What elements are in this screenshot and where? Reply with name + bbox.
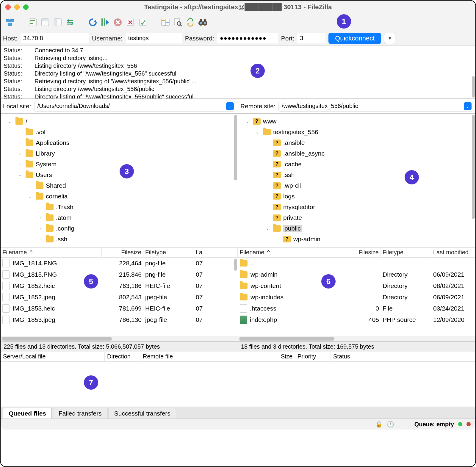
remote-site-input[interactable]	[282, 103, 464, 109]
tree-node[interactable]: ⌄?www	[238, 116, 475, 127]
local-hscroll[interactable]	[1, 336, 238, 341]
minimize-window-icon[interactable]	[14, 4, 20, 10]
remote-site-dropdown-icon[interactable]: ⌄	[464, 102, 472, 110]
disclosure-icon[interactable]: ⌄	[7, 119, 13, 124]
tree-node[interactable]: ?wp-admin	[238, 234, 475, 245]
file-row[interactable]: IMG_1852.jpeg802,543jpeg-file07	[1, 292, 238, 303]
remote-tree[interactable]: ⌄?www⌄testingsitex_556?.ansible?.ansible…	[238, 114, 475, 247]
col-filesize[interactable]: Filesize	[339, 247, 381, 257]
qcol-server[interactable]: Server/Local file	[1, 352, 105, 361]
tree-node[interactable]: .Trash	[1, 202, 238, 212]
tree-node[interactable]: ?private	[238, 212, 475, 223]
zoom-window-icon[interactable]	[23, 4, 29, 10]
toggle-remote-tree-icon[interactable]	[52, 17, 63, 28]
compare-icon[interactable]	[160, 17, 171, 28]
tree-node[interactable]: ›Shared	[1, 180, 238, 191]
file-row[interactable]: wp-adminDirectory06/09/2021	[238, 269, 475, 280]
col-lastmodified[interactable]: La	[194, 247, 238, 257]
remote-hscroll[interactable]	[238, 336, 475, 341]
tree-node[interactable]: ›Applications	[1, 137, 238, 148]
col-lastmodified[interactable]: Last modified	[431, 247, 475, 257]
local-site-dropdown-icon[interactable]: ⌄	[226, 102, 234, 110]
local-site-input[interactable]	[37, 103, 226, 109]
password-input[interactable]: ●●●●●●●●●●●●	[217, 33, 278, 43]
file-row[interactable]: IMG_1853.jpeg786,130jpeg-file07	[1, 314, 238, 325]
quickconnect-button[interactable]: Quickconnect	[328, 33, 381, 44]
quickconnect-dropdown-icon[interactable]: ▼	[384, 33, 395, 44]
refresh-icon[interactable]	[87, 17, 98, 28]
tree-node[interactable]: .vol	[1, 127, 238, 137]
file-row[interactable]: IMG_1815.PNG215,846png-file07	[1, 269, 238, 280]
queue-body[interactable]	[1, 362, 475, 407]
file-row[interactable]: .htaccess0File03/24/2021	[238, 303, 475, 314]
tree-node[interactable]: ?.ansible_async	[238, 148, 475, 159]
tree-node[interactable]: ›System	[1, 159, 238, 170]
port-input[interactable]	[297, 33, 325, 43]
qcol-remote[interactable]: Remote file	[140, 352, 271, 361]
tree-node[interactable]: ›.atom	[1, 212, 238, 223]
col-filename[interactable]: Filename	[240, 249, 264, 256]
tree-node[interactable]: ?mysqleditor	[238, 202, 475, 212]
toggle-log-icon[interactable]	[27, 17, 38, 28]
file-row[interactable]: wp-includesDirectory06/09/2021	[238, 292, 475, 303]
disclosure-icon[interactable]: ›	[17, 151, 23, 156]
qcol-direction[interactable]: Direction	[105, 352, 140, 361]
tree-node[interactable]: ⌄public	[238, 223, 475, 234]
tree-node[interactable]: ›Library	[1, 148, 238, 159]
disclosure-icon[interactable]: ›	[37, 226, 43, 231]
file-search-icon[interactable]	[173, 17, 183, 28]
site-manager-icon[interactable]	[5, 17, 15, 28]
sync-browse-icon[interactable]	[185, 17, 196, 28]
local-files-header[interactable]: Filename ⌃ Filesize Filetype La	[1, 247, 238, 258]
tree-node[interactable]: ›.config	[1, 223, 238, 234]
tab-successful[interactable]: Successful transfers	[109, 408, 176, 419]
tree-node[interactable]: ?logs	[238, 191, 475, 202]
qcol-status[interactable]: Status	[331, 352, 475, 361]
file-row[interactable]: index.php405PHP source12/09/2020	[238, 314, 475, 325]
disconnect-icon[interactable]	[125, 17, 136, 28]
tree-node[interactable]: ?.cache	[238, 159, 475, 170]
col-filetype[interactable]: Filetype	[381, 247, 431, 257]
tree-node[interactable]: ⌄/	[1, 116, 238, 127]
remote-files-header[interactable]: Filename ⌃ Filesize Filetype Last modifi…	[238, 247, 475, 258]
disclosure-icon[interactable]: ⌄	[244, 119, 250, 124]
close-window-icon[interactable]	[5, 4, 11, 10]
toggle-local-tree-icon[interactable]	[40, 17, 51, 28]
tree-node[interactable]: ?.ansible	[238, 137, 475, 148]
col-filetype[interactable]: Filetype	[143, 247, 194, 257]
file-row[interactable]: IMG_1853.heic781,699HEIC-file07	[1, 303, 238, 314]
tab-failed[interactable]: Failed transfers	[53, 408, 107, 419]
tree-node[interactable]: ⌄Users	[1, 170, 238, 180]
disclosure-icon[interactable]: ⌄	[17, 173, 23, 177]
file-row[interactable]: IMG_1852.heic763,186HEIC-file07	[1, 280, 238, 292]
disclosure-icon[interactable]: ⌄	[264, 226, 271, 231]
col-filename[interactable]: Filename	[2, 249, 27, 256]
tree-node[interactable]: .ssh	[1, 234, 238, 245]
file-row[interactable]: ..	[238, 258, 475, 269]
message-log[interactable]: Status:Connected to 34.7Status:Retrievin…	[1, 46, 475, 99]
local-tree[interactable]: ⌄/.vol›Applications›Library›System⌄Users…	[1, 114, 238, 247]
tree-node[interactable]: ⌄testingsitex_556	[238, 127, 475, 137]
qcol-priority[interactable]: Priority	[295, 352, 331, 361]
reconnect-icon[interactable]	[137, 17, 148, 28]
disclosure-icon[interactable]: ›	[27, 183, 33, 188]
disclosure-icon[interactable]: ⌄	[27, 194, 33, 199]
col-filesize[interactable]: Filesize	[102, 247, 143, 257]
disclosure-icon[interactable]: ›	[37, 215, 43, 220]
file-row[interactable]: IMG_1814.PNG228,464png-file07	[1, 258, 238, 269]
tree-node[interactable]: ?.wp-cli	[238, 180, 475, 191]
tree-node[interactable]: ?.ssh	[238, 170, 475, 180]
tree-node[interactable]: ⌄cornelia	[1, 191, 238, 202]
disclosure-icon[interactable]: ⌄	[254, 130, 261, 134]
queue-header[interactable]: Server/Local file Direction Remote file …	[1, 352, 475, 362]
cancel-icon[interactable]	[112, 17, 123, 28]
disclosure-icon[interactable]: ›	[17, 162, 23, 167]
file-row[interactable]: wp-contentDirectory08/02/2021	[238, 280, 475, 292]
toggle-queue-icon[interactable]	[65, 17, 76, 28]
tab-queued[interactable]: Queued files	[3, 408, 52, 419]
process-queue-icon[interactable]	[100, 17, 111, 28]
host-input[interactable]	[21, 33, 89, 43]
qcol-size[interactable]: Size	[271, 352, 295, 361]
binoculars-icon[interactable]	[198, 17, 208, 28]
username-input[interactable]	[126, 33, 182, 43]
